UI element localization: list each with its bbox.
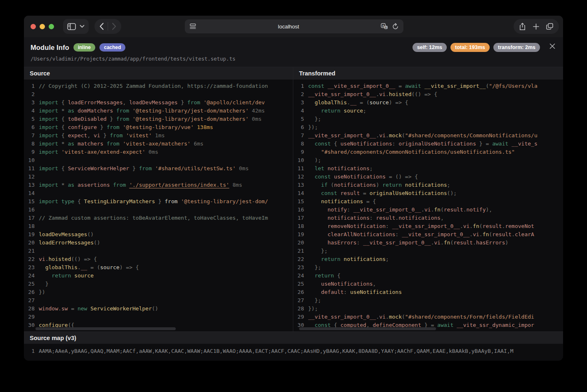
line-number: 29 bbox=[293, 313, 308, 321]
line-number: 17 bbox=[24, 214, 39, 222]
line-number: 27 bbox=[293, 296, 308, 305]
share-icon[interactable] bbox=[519, 23, 526, 31]
code-text: }; bbox=[308, 263, 321, 272]
code-text: removeNotification: __vite_ssr_import_0_… bbox=[308, 222, 534, 230]
code-panels: Source 1// Copyright (C) 2012-2025 Zamma… bbox=[24, 67, 563, 331]
code-line: 25 useNotifications, bbox=[293, 280, 563, 288]
module-path: /Users/vladimir/Projects/zammad/app/fron… bbox=[31, 56, 555, 62]
code-text: import { expect, vi } from 'vitest' 1ms bbox=[39, 131, 165, 140]
line-number: 18 bbox=[293, 222, 308, 230]
minimize-window-button[interactable] bbox=[40, 24, 45, 29]
code-text: import { configure } from '@testing-libr… bbox=[39, 123, 213, 131]
code-line: 22vi.hoisted(() => { bbox=[24, 255, 293, 263]
code-line: 14 const result = originalUseNotificatio… bbox=[293, 189, 563, 197]
line-number: 6 bbox=[293, 123, 308, 131]
code-line: 20 hasErrors: __vite_ssr_import_0__.vi.f… bbox=[293, 239, 563, 247]
close-icon[interactable] bbox=[549, 43, 556, 49]
code-line: 16 bbox=[24, 206, 293, 214]
code-text: const __vite_ssr_import_0__ = await __vi… bbox=[308, 82, 537, 90]
line-number: 15 bbox=[293, 197, 308, 206]
code-line: 13import * as assertions from './support… bbox=[24, 181, 293, 189]
code-line: 14 bbox=[24, 189, 293, 197]
reload-icon[interactable] bbox=[392, 23, 398, 30]
code-line: 23 }; bbox=[293, 263, 563, 272]
code-line: 11 let notifications; bbox=[293, 164, 563, 173]
tab-overview-icon[interactable] bbox=[546, 23, 553, 30]
code-text: notifications = { bbox=[308, 197, 376, 206]
translate-icon[interactable]: A 文 bbox=[381, 23, 388, 30]
forward-button[interactable] bbox=[112, 23, 116, 30]
code-text: clearAllNotifications: __vite_ssr_import… bbox=[308, 230, 534, 239]
line-number: 17 bbox=[293, 214, 308, 222]
zoom-window-button[interactable] bbox=[49, 24, 54, 29]
line-number: 3 bbox=[24, 99, 39, 107]
svg-text:文: 文 bbox=[384, 26, 387, 29]
code-line: 2__vite_ssr_import_0__.vi.hoisted(() => … bbox=[293, 90, 563, 99]
url-text[interactable]: localhost bbox=[196, 23, 381, 30]
code-line: 4import * as domMatchers from '@testing-… bbox=[24, 107, 293, 115]
code-line: 19 clearAllNotifications: __vite_ssr_imp… bbox=[293, 230, 563, 239]
reader-icon[interactable] bbox=[190, 23, 196, 29]
code-text: notify: __vite_ssr_import_0__.vi.fn(resu… bbox=[308, 206, 492, 214]
transform-time-badge: transform: 2ms bbox=[493, 43, 540, 52]
code-text: "#shared/components/CommonNotifications/… bbox=[308, 148, 515, 156]
new-tab-icon[interactable] bbox=[533, 23, 539, 30]
sidebar-toggle-group bbox=[63, 19, 89, 34]
code-line: 19loadDevMessages() bbox=[24, 230, 293, 239]
line-number: 23 bbox=[24, 263, 39, 272]
code-line: 5import { toBeDisabled } from '@testing-… bbox=[24, 115, 293, 123]
line-number: 6 bbox=[24, 123, 39, 131]
line-number: 13 bbox=[293, 181, 308, 189]
close-window-button[interactable] bbox=[31, 24, 36, 29]
code-line: 6import { configure } from '@testing-lib… bbox=[24, 123, 293, 131]
code-line: 6}); bbox=[293, 123, 563, 131]
line-number: 10 bbox=[24, 156, 39, 164]
source-code-area[interactable]: 1// Copyright (C) 2012-2025 Zammad Found… bbox=[24, 80, 293, 331]
code-text: // Copyright (C) 2012-2025 Zammad Founda… bbox=[39, 82, 268, 90]
svg-text:A: A bbox=[382, 24, 384, 28]
code-line: 29__vite_ssr_import_0__.vi.mock("#shared… bbox=[293, 313, 563, 321]
line-number: 10 bbox=[293, 156, 308, 164]
code-text: vi.hoisted(() => { bbox=[39, 255, 97, 263]
line-number: 20 bbox=[24, 239, 39, 247]
line-number: 22 bbox=[293, 255, 308, 263]
code-line: 3 globalThis.__ = (source) => { bbox=[293, 99, 563, 107]
code-line: 21 }; bbox=[293, 247, 563, 255]
code-text: import * as domMatchers from '@testing-l… bbox=[39, 107, 265, 115]
line-number: 28 bbox=[293, 305, 308, 313]
code-text: return source bbox=[39, 272, 94, 280]
code-line: 27 }; bbox=[293, 296, 563, 305]
line-number: 7 bbox=[24, 131, 39, 140]
code-line: 13 if (notifications) return notificatio… bbox=[293, 181, 563, 189]
self-time-badge: self: 12ms bbox=[413, 43, 447, 52]
back-button[interactable] bbox=[99, 23, 104, 30]
sourcemap-line-number: 1 bbox=[24, 348, 39, 354]
line-number: 5 bbox=[24, 115, 39, 123]
code-line: 15import type { TestingLibraryMatchers }… bbox=[24, 197, 293, 206]
line-number: 9 bbox=[24, 148, 39, 156]
transformed-code-area[interactable]: 1const __vite_ssr_import_0__ = await __v… bbox=[293, 80, 563, 331]
code-text: globalThis.__ = (source) => { bbox=[308, 99, 408, 107]
cached-badge: cached bbox=[99, 43, 125, 52]
line-number: 20 bbox=[293, 239, 308, 247]
line-number: 28 bbox=[24, 305, 39, 313]
browser-window: localhost A 文 bbox=[24, 16, 563, 361]
line-number: 2 bbox=[293, 90, 308, 99]
line-number: 8 bbox=[24, 140, 39, 148]
code-line: 23 globalThis.__ = (source) => { bbox=[24, 263, 293, 272]
code-line: 18 removeNotification: __vite_ssr_import… bbox=[293, 222, 563, 230]
code-line: 22 return notifications; bbox=[293, 255, 563, 263]
code-text: loadDevMessages() bbox=[39, 230, 94, 239]
address-bar[interactable]: localhost A 文 bbox=[185, 19, 403, 33]
chevron-down-icon[interactable] bbox=[80, 25, 85, 28]
line-number: 14 bbox=[293, 189, 308, 197]
code-line: 28window.sw = new ServiceWorkerHelper() bbox=[24, 305, 293, 313]
source-horizontal-scrollbar[interactable] bbox=[35, 327, 176, 330]
code-line: 26 default: useNotifications bbox=[293, 288, 563, 296]
traffic-lights bbox=[31, 24, 54, 29]
code-text: return source; bbox=[308, 107, 366, 115]
sidebar-icon[interactable] bbox=[67, 23, 76, 30]
module-link[interactable]: './support/assertions/index.ts' bbox=[129, 182, 229, 188]
line-number: 29 bbox=[24, 313, 39, 321]
transformed-horizontal-scrollbar[interactable] bbox=[299, 327, 436, 330]
